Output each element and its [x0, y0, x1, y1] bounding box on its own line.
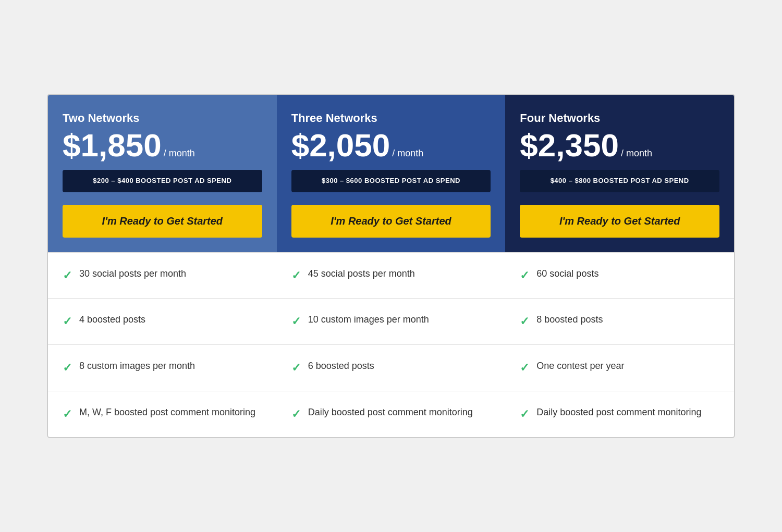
check-icon: ✓	[63, 268, 72, 284]
feature-row-4-col-1: ✓ M, W, F boosted post comment monitorin…	[48, 391, 277, 437]
plan-3-price-row: $2,350 / month	[520, 129, 719, 162]
plan-3-period: / month	[621, 148, 652, 159]
feature-row-2-col-2: ✓ 10 custom images per month	[277, 298, 506, 344]
check-icon: ✓	[63, 360, 72, 376]
plan-3-name: Four Networks	[520, 112, 719, 125]
feature-text: One contest per year	[536, 360, 624, 373]
feature-row-2-col-3: ✓ 8 boosted posts	[505, 298, 734, 344]
plan-1-cta-button[interactable]: I'm Ready to Get Started	[63, 205, 262, 238]
plan-1-period: / month	[164, 148, 195, 159]
check-icon: ✓	[520, 314, 529, 330]
feature-row-2-col-1: ✓ 4 boosted posts	[48, 298, 277, 344]
plan-1-name: Two Networks	[63, 112, 262, 125]
plan-3-ad-spend: $400 – $800 BOOSTED POST AD SPEND	[520, 170, 719, 192]
check-icon: ✓	[291, 406, 301, 423]
plan-1-price-row: $1,850 / month	[63, 129, 262, 162]
check-icon: ✓	[520, 268, 529, 284]
pricing-header: Two Networks $1,850 / month $200 – $400 …	[48, 95, 734, 252]
feature-row-4-col-2: ✓ Daily boosted post comment monitoring	[277, 391, 506, 437]
plan-2-cta-button[interactable]: I'm Ready to Get Started	[291, 205, 491, 238]
feature-row-3-col-2: ✓ 6 boosted posts	[277, 344, 506, 391]
plan-2-ad-spend: $300 – $600 BOOSTED POST AD SPEND	[291, 170, 491, 192]
plan-1-price: $1,850	[63, 129, 162, 162]
feature-row-4-col-3: ✓ Daily boosted post comment monitoring	[505, 391, 734, 437]
feature-row-3-col-3: ✓ One contest per year	[505, 344, 734, 391]
plan-2-name: Three Networks	[291, 112, 491, 125]
feature-row-1-col-3: ✓ 60 social posts	[505, 252, 734, 299]
pricing-table: Two Networks $1,850 / month $200 – $400 …	[47, 94, 735, 438]
plan-three-networks: Three Networks $2,050 / month $300 – $60…	[277, 95, 506, 252]
feature-text: 10 custom images per month	[308, 313, 429, 326]
plan-2-period: / month	[392, 148, 423, 159]
feature-text: 60 social posts	[536, 267, 598, 280]
check-icon: ✓	[291, 314, 301, 330]
feature-text: 8 custom images per month	[79, 360, 195, 373]
check-icon: ✓	[520, 406, 529, 423]
plan-2-price-row: $2,050 / month	[291, 129, 491, 162]
plan-3-cta-button[interactable]: I'm Ready to Get Started	[520, 205, 719, 238]
pricing-features: ✓ 30 social posts per month ✓ 45 social …	[48, 252, 734, 437]
check-icon: ✓	[520, 360, 529, 376]
feature-text: M, W, F boosted post comment monitoring	[79, 406, 255, 419]
plan-two-networks: Two Networks $1,850 / month $200 – $400 …	[48, 95, 277, 252]
feature-text: Daily boosted post comment monitoring	[308, 406, 473, 419]
feature-text: 4 boosted posts	[79, 313, 145, 326]
check-icon: ✓	[291, 268, 301, 284]
feature-text: 6 boosted posts	[308, 360, 374, 373]
feature-row-1-col-2: ✓ 45 social posts per month	[277, 252, 506, 299]
plan-1-ad-spend: $200 – $400 BOOSTED POST AD SPEND	[63, 170, 262, 192]
feature-text: Daily boosted post comment monitoring	[536, 406, 701, 419]
feature-text: 45 social posts per month	[308, 267, 415, 280]
plan-3-price: $2,350	[520, 129, 619, 162]
check-icon: ✓	[63, 406, 72, 423]
feature-text: 30 social posts per month	[79, 267, 186, 280]
feature-row-3-col-1: ✓ 8 custom images per month	[48, 344, 277, 391]
feature-text: 8 boosted posts	[536, 313, 603, 326]
feature-row-1-col-1: ✓ 30 social posts per month	[48, 252, 277, 299]
plan-four-networks: Four Networks $2,350 / month $400 – $800…	[505, 95, 734, 252]
check-icon: ✓	[291, 360, 301, 376]
plan-2-price: $2,050	[291, 129, 390, 162]
check-icon: ✓	[63, 314, 72, 330]
